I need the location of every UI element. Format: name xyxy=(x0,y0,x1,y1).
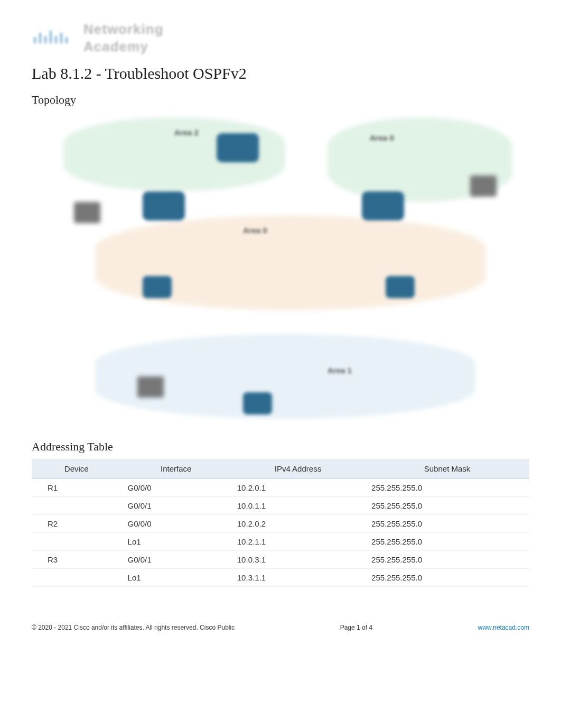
pc-bottom-icon xyxy=(137,376,164,398)
topology-heading: Topology xyxy=(32,93,529,107)
table-row: R2 G0/0/0 10.2.0.2 255.255.255.0 xyxy=(32,515,529,533)
table-header-row: Device Interface IPv4 Address Subnet Mas… xyxy=(32,459,529,479)
cell-ipv4: 10.0.1.1 xyxy=(231,497,365,515)
cell-interface: G0/0/0 xyxy=(121,479,231,497)
table-row: Lo1 10.2.1.1 255.255.255.0 xyxy=(32,533,529,551)
table-row: R1 G0/0/0 10.2.0.1 255.255.255.0 xyxy=(32,479,529,497)
cell-device: R3 xyxy=(32,551,121,569)
logo-text: Networking Academy xyxy=(83,21,164,55)
col-mask: Subnet Mask xyxy=(365,459,529,479)
col-interface: Interface xyxy=(121,459,231,479)
cell-ipv4: 10.0.3.1 xyxy=(231,551,365,569)
page-number: Page 1 of 4 xyxy=(340,624,372,631)
cell-device xyxy=(32,497,121,515)
cell-ipv4: 10.2.1.1 xyxy=(231,533,365,551)
cell-interface: G0/0/1 xyxy=(121,551,231,569)
pc-right-icon xyxy=(470,176,497,197)
router-r3-icon xyxy=(243,392,272,414)
pc-left-icon xyxy=(74,202,100,223)
area-label-2: Area 2 xyxy=(174,128,199,137)
topology-diagram: Area 0 Area 0 Area 1 Area 2 xyxy=(32,112,529,429)
table-row: Lo1 10.3.1.1 255.255.255.0 xyxy=(32,569,529,587)
router-d2-icon xyxy=(386,276,415,298)
copyright-text: © 2020 - 2021 Cisco and/or its affiliate… xyxy=(32,624,235,631)
addressing-heading: Addressing Table xyxy=(32,440,529,454)
cell-mask: 255.255.255.0 xyxy=(365,551,529,569)
page-footer: © 2020 - 2021 Cisco and/or its affiliate… xyxy=(32,624,529,631)
cell-device: R1 xyxy=(32,479,121,497)
addressing-table: Device Interface IPv4 Address Subnet Mas… xyxy=(32,459,529,587)
table-row: R3 G0/0/1 10.0.3.1 255.255.255.0 xyxy=(32,551,529,569)
netacad-link[interactable]: www.netacad.com xyxy=(478,624,529,631)
col-ipv4: IPv4 Address xyxy=(231,459,365,479)
logo-line2: Academy xyxy=(83,39,164,55)
cell-device xyxy=(32,569,121,587)
logo-block: Networking Academy xyxy=(32,21,529,55)
router-r1-icon xyxy=(143,191,185,220)
cell-mask: 255.255.255.0 xyxy=(365,479,529,497)
logo-line1: Networking xyxy=(83,21,164,38)
cell-interface: G0/0/0 xyxy=(121,515,231,533)
cell-interface: Lo1 xyxy=(121,533,231,551)
router-top-icon xyxy=(217,133,259,162)
cell-ipv4: 10.2.0.1 xyxy=(231,479,365,497)
cell-device xyxy=(32,533,121,551)
cell-interface: G0/0/1 xyxy=(121,497,231,515)
cell-mask: 255.255.255.0 xyxy=(365,569,529,587)
cell-device: R2 xyxy=(32,515,121,533)
table-row: G0/0/1 10.0.1.1 255.255.255.0 xyxy=(32,497,529,515)
cell-ipv4: 10.2.0.2 xyxy=(231,515,365,533)
cell-interface: Lo1 xyxy=(121,569,231,587)
router-r2-icon xyxy=(362,191,404,220)
cell-mask: 255.255.255.0 xyxy=(365,533,529,551)
area-label-0b: Area 0 xyxy=(243,226,267,235)
cell-mask: 255.255.255.0 xyxy=(365,497,529,515)
page-title: Lab 8.1.2 - Troubleshoot OSPFv2 xyxy=(32,64,529,82)
col-device: Device xyxy=(32,459,121,479)
cell-ipv4: 10.3.1.1 xyxy=(231,569,365,587)
cisco-bridge-icon xyxy=(32,27,74,49)
router-d1-icon xyxy=(143,276,172,298)
cell-mask: 255.255.255.0 xyxy=(365,515,529,533)
area-label-1: Area 1 xyxy=(328,366,352,375)
area-label-0a: Area 0 xyxy=(370,133,394,142)
